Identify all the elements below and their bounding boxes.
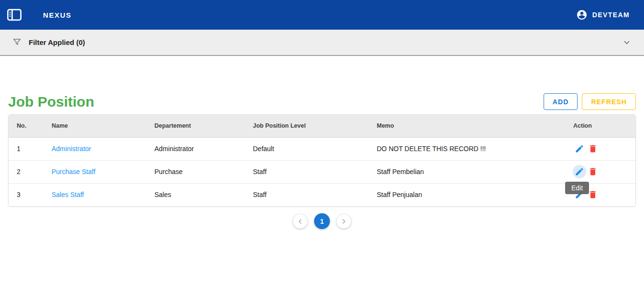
- account-icon: [576, 9, 588, 21]
- refresh-button[interactable]: REFRESH: [582, 93, 636, 110]
- toolbar: ADD REFRESH: [544, 93, 636, 110]
- page-title: Job Position: [8, 95, 94, 109]
- table-header-row: No. Name Departement Job Position Level …: [9, 115, 635, 137]
- column-header-name: Name: [44, 115, 146, 137]
- add-button[interactable]: ADD: [544, 93, 578, 110]
- pagination: 1: [8, 213, 636, 229]
- username: DEVTEAM: [592, 11, 630, 19]
- sidebar-toggle-button[interactable]: [5, 6, 24, 23]
- top-app-bar: NEXUS DEVTEAM: [0, 0, 644, 30]
- column-header-no: No.: [9, 115, 44, 137]
- table-row: 1 Administrator Administrator Default DO…: [9, 137, 635, 160]
- chevron-left-icon: [296, 218, 304, 225]
- filter-panel-header[interactable]: Filter Applied (0): [0, 30, 644, 56]
- page-button-current[interactable]: 1: [314, 213, 330, 229]
- cell-no: 2: [9, 160, 44, 183]
- cell-memo: Staff Pembelian: [369, 160, 565, 183]
- delete-icon: [588, 190, 598, 199]
- chevron-right-icon: [340, 218, 348, 225]
- column-header-department: Departement: [146, 115, 245, 137]
- job-position-table-card: No. Name Departement Job Position Level …: [8, 114, 636, 207]
- delete-button[interactable]: [586, 142, 600, 155]
- cell-level: Default: [245, 137, 369, 160]
- edit-icon: [575, 167, 584, 176]
- filter-icon: [12, 37, 22, 47]
- cell-no: 3: [9, 183, 44, 206]
- edit-icon: [575, 190, 584, 199]
- sidebar-toggle-icon: [6, 8, 22, 22]
- delete-button[interactable]: [586, 188, 600, 201]
- cell-department: Purchase: [146, 160, 245, 183]
- app-brand: NEXUS: [43, 11, 72, 19]
- filter-applied-label: Filter Applied (0): [29, 38, 85, 46]
- record-name-link[interactable]: Purchase Staff: [52, 168, 96, 175]
- job-position-table: No. Name Departement Job Position Level …: [9, 115, 635, 206]
- cell-level: Staff: [245, 160, 369, 183]
- delete-button[interactable]: [586, 165, 600, 178]
- record-name-link[interactable]: Administrator: [52, 145, 91, 153]
- cell-no: 1: [9, 137, 44, 160]
- edit-button-hovered[interactable]: [573, 165, 586, 178]
- user-menu-button[interactable]: DEVTEAM: [576, 9, 630, 21]
- edit-icon: [575, 144, 584, 154]
- column-header-level: Job Position Level: [245, 115, 369, 137]
- main-content: Job Position ADD REFRESH No. Name Depart…: [0, 93, 644, 229]
- delete-icon: [588, 144, 598, 154]
- column-header-action: Action: [565, 115, 635, 137]
- table-row: 3 Sales Staff Sales Staff Staff Penjuala…: [9, 183, 635, 206]
- edit-button[interactable]: [573, 188, 586, 201]
- cell-memo: Staff Penjualan: [369, 183, 565, 206]
- cell-memo: DO NOT DELETE THIS RECORD !!!: [369, 137, 565, 160]
- next-page-button[interactable]: [337, 214, 351, 229]
- column-header-memo: Memo: [369, 115, 565, 137]
- table-row: 2 Purchase Staff Purchase Staff Staff Pe…: [9, 160, 635, 183]
- cell-level: Staff: [245, 183, 369, 206]
- delete-icon: [588, 167, 598, 176]
- cell-department: Administrator: [146, 137, 245, 160]
- prev-page-button[interactable]: [293, 214, 307, 229]
- edit-button[interactable]: [573, 142, 586, 155]
- chevron-down-icon[interactable]: [622, 38, 631, 47]
- cell-department: Sales: [146, 183, 245, 206]
- record-name-link[interactable]: Sales Staff: [52, 191, 84, 198]
